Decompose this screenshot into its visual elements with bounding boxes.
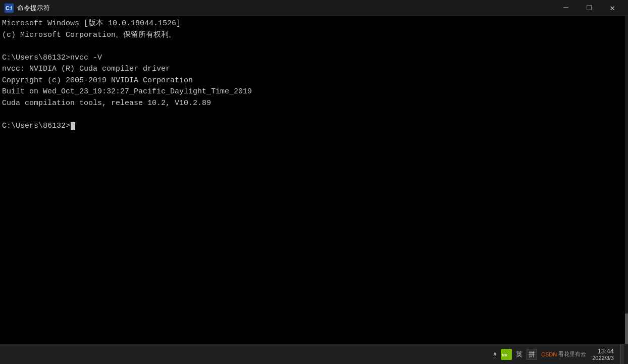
cmd-icon-wrapper: C:\ xyxy=(4,3,14,13)
system-tray-expand[interactable]: ∧ xyxy=(493,350,497,358)
close-button[interactable]: ✕ xyxy=(601,0,624,16)
terminal-prompt-line: C:\Users\86132> xyxy=(2,121,626,132)
system-clock[interactable]: 13:44 2022/3/3 xyxy=(592,347,614,361)
scrollbar-thumb[interactable] xyxy=(625,314,628,344)
svg-text:NV: NV xyxy=(502,353,508,357)
minimize-button[interactable]: ─ xyxy=(554,0,578,16)
terminal-cursor xyxy=(71,122,75,130)
language-indicator[interactable]: 英 xyxy=(516,350,522,359)
show-desktop-button[interactable] xyxy=(620,344,624,365)
maximize-button[interactable]: □ xyxy=(578,0,601,16)
terminal-window[interactable]: Microsoft Windows [版本 10.0.19044.1526] (… xyxy=(0,16,628,344)
taskbar-right-area: ∧ NV 英 拼 CSDN 看花里有云 13:44 2022/3/3 xyxy=(493,344,624,365)
clock-time: 13:44 xyxy=(597,347,614,355)
input-method-indicator[interactable]: 拼 xyxy=(527,349,537,360)
cmd-icon: C:\ xyxy=(5,4,14,13)
csdn-label: CSDN xyxy=(541,351,557,357)
terminal-prompt: C:\Users\86132> xyxy=(2,121,70,132)
clock-date: 2022/3/3 xyxy=(592,355,614,361)
watermark-text: 看花里有云 xyxy=(558,350,586,358)
watermark-area: CSDN 看花里有云 xyxy=(541,350,586,358)
window-title: 命令提示符 xyxy=(17,4,50,13)
svg-text:C:\: C:\ xyxy=(6,6,13,11)
nvidia-tray-icon[interactable]: NV xyxy=(501,349,512,360)
terminal-output: Microsoft Windows [版本 10.0.19044.1526] (… xyxy=(2,18,626,121)
scrollbar[interactable] xyxy=(625,16,628,344)
taskbar: ∧ NV 英 拼 CSDN 看花里有云 13:44 2022/3/3 xyxy=(0,344,628,364)
window-controls: ─ □ ✕ xyxy=(554,0,624,16)
title-bar: C:\ 命令提示符 ─ □ ✕ xyxy=(0,0,628,16)
